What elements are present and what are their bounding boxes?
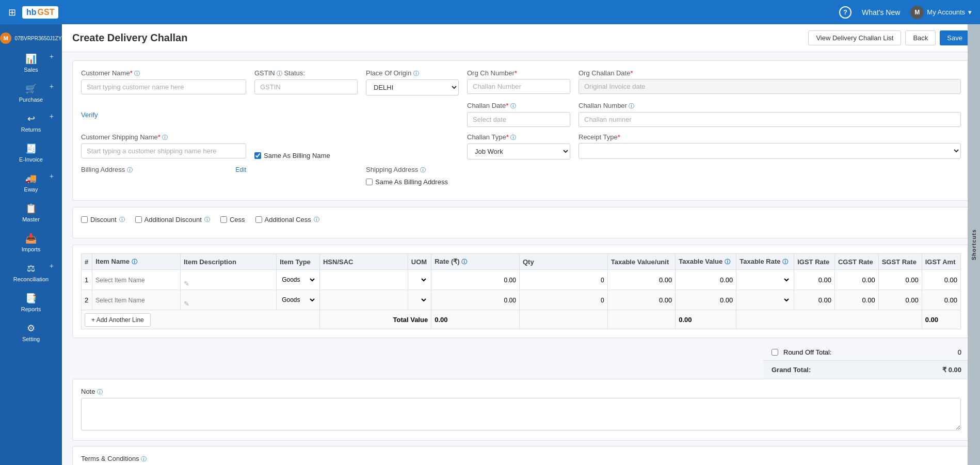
row-qty[interactable]	[519, 270, 607, 290]
taxable-rate-select[interactable]	[740, 296, 791, 304]
row-item-type[interactable]: Goods Services	[277, 290, 320, 310]
form-row-2: Verify Challan Date* ⓘ	[81, 102, 961, 127]
customer-name-input[interactable]	[81, 79, 246, 94]
uom-select[interactable]	[411, 276, 428, 284]
receipt-type-select[interactable]	[579, 143, 961, 159]
row-taxable-rate[interactable]	[736, 270, 794, 290]
shortcuts-panel[interactable]: Shortcuts	[968, 24, 980, 465]
row-item-type[interactable]: Goods Services	[277, 270, 320, 290]
row-rate[interactable]	[431, 290, 520, 310]
save-button[interactable]: Save	[940, 30, 970, 45]
taxable-value-info-icon[interactable]: ⓘ	[725, 259, 730, 265]
hsn-input[interactable]	[323, 277, 405, 284]
row-item-desc[interactable]: ✎	[181, 270, 277, 290]
billing-address-info-icon[interactable]: ⓘ	[127, 167, 133, 173]
back-button[interactable]: Back	[905, 30, 936, 45]
row-hsn[interactable]	[319, 290, 408, 310]
qty-input[interactable]	[523, 297, 604, 304]
sidebar-item-reports[interactable]: 📑 Reports	[0, 287, 62, 317]
uom-select[interactable]	[411, 296, 428, 304]
my-accounts-menu[interactable]: M My Accounts ▾	[910, 6, 972, 19]
additional-discount-checkbox[interactable]	[135, 216, 142, 223]
verify-link[interactable]: Verify	[81, 111, 246, 119]
taxable-rate-info-icon[interactable]: ⓘ	[782, 259, 788, 265]
shipping-address-info-icon[interactable]: ⓘ	[420, 167, 426, 173]
grid-icon[interactable]: ⊞	[8, 7, 16, 18]
challan-type-info-icon[interactable]: ⓘ	[510, 134, 516, 140]
rate-info-icon[interactable]: ⓘ	[461, 259, 467, 265]
sidebar-item-sales[interactable]: 📊 Sales +	[0, 48, 62, 78]
sidebar-item-einvoice[interactable]: 🧾 E-Invoice	[0, 138, 62, 168]
discount-checkbox[interactable]	[81, 216, 88, 223]
gstin-info-icon[interactable]: ⓘ	[277, 70, 282, 76]
item-type-select[interactable]: Goods Services	[280, 296, 316, 304]
item-name-info-icon[interactable]: ⓘ	[132, 259, 137, 265]
logo-box[interactable]: hb GST	[22, 6, 58, 19]
item-desc-input[interactable]	[184, 293, 273, 300]
place-info-icon[interactable]: ⓘ	[413, 70, 419, 76]
view-list-button[interactable]: View Delivery Challan List	[808, 30, 901, 45]
row-item-desc[interactable]: ✎	[181, 290, 277, 310]
org-badge[interactable]: M 07BVRPR3650J1ZY	[0, 28, 62, 48]
item-name-input[interactable]	[95, 297, 177, 304]
edit-desc-icon[interactable]: ✎	[184, 300, 189, 308]
sidebar-item-eway[interactable]: 🚚 Eway +	[0, 168, 62, 198]
discount-info-icon[interactable]: ⓘ	[119, 216, 125, 223]
sidebar-item-reconciliation[interactable]: ⚖ Reconciliation +	[0, 258, 62, 287]
same-as-billing-name-label[interactable]: Same As Billing Name	[254, 152, 358, 159]
help-icon[interactable]: ?	[839, 6, 852, 19]
challan-number-info-icon[interactable]: ⓘ	[629, 103, 634, 109]
sidebar-item-returns[interactable]: ↩ Returns +	[0, 108, 62, 138]
row-uom[interactable]	[408, 290, 431, 310]
additional-cess-checkbox[interactable]	[255, 216, 262, 223]
terms-info-icon[interactable]: ⓘ	[141, 456, 147, 462]
place-of-origin-select[interactable]: DELHI	[366, 79, 459, 95]
additional-discount-checkbox-item[interactable]: Additional Discount ⓘ	[135, 216, 210, 223]
whats-new-link[interactable]: What's New	[862, 8, 900, 17]
row-item-name[interactable]	[92, 270, 181, 290]
rate-input[interactable]	[435, 277, 516, 284]
additional-cess-info-icon[interactable]: ⓘ	[314, 216, 319, 223]
round-off-checkbox[interactable]	[772, 349, 778, 356]
row-hsn[interactable]	[319, 270, 408, 290]
customer-shipping-name-input[interactable]	[81, 143, 246, 158]
shipping-name-info-icon[interactable]: ⓘ	[162, 134, 168, 140]
sidebar-item-master[interactable]: 📋 Master	[0, 198, 62, 228]
sidebar-item-imports[interactable]: 📥 Imports	[0, 228, 62, 258]
taxable-rate-select[interactable]	[740, 276, 791, 284]
same-as-billing-address-label[interactable]: Same As Billing Address	[366, 178, 961, 186]
qty-input[interactable]	[523, 277, 604, 284]
row-uom[interactable]	[408, 270, 431, 290]
sidebar-item-setting[interactable]: ⚙ Setting	[0, 317, 62, 347]
note-info-icon[interactable]: ⓘ	[97, 389, 103, 395]
item-type-select[interactable]: Goods Services	[280, 276, 316, 284]
item-desc-input[interactable]	[184, 272, 273, 280]
edit-billing-link[interactable]: Edit	[235, 166, 246, 173]
challan-number-input[interactable]	[579, 112, 961, 127]
hsn-input[interactable]	[323, 297, 405, 304]
row-taxable-rate[interactable]	[736, 290, 794, 310]
customer-name-info-icon[interactable]: ⓘ	[134, 70, 140, 76]
same-as-billing-address-checkbox[interactable]	[366, 179, 373, 185]
cess-checkbox[interactable]	[220, 216, 227, 223]
additional-cess-checkbox-item[interactable]: Additional Cess ⓘ	[255, 216, 319, 223]
sidebar-item-purchase[interactable]: 🛒 Purchase +	[0, 78, 62, 108]
row-item-name[interactable]	[92, 290, 181, 310]
cess-checkbox-item[interactable]: Cess	[220, 216, 245, 223]
edit-desc-icon[interactable]: ✎	[184, 280, 189, 287]
gstin-input[interactable]	[254, 79, 358, 94]
note-textarea[interactable]	[81, 398, 961, 430]
additional-discount-info-icon[interactable]: ⓘ	[204, 216, 210, 223]
rate-input[interactable]	[435, 297, 516, 304]
challan-date-input[interactable]	[467, 112, 570, 127]
challan-date-info-icon[interactable]: ⓘ	[510, 103, 516, 109]
org-challan-date-input[interactable]	[579, 79, 961, 94]
item-name-input[interactable]	[95, 277, 177, 284]
same-as-billing-name-checkbox[interactable]	[254, 152, 261, 159]
challan-type-select[interactable]: Job Work Supply on Approval Others	[467, 143, 570, 159]
row-rate[interactable]	[431, 270, 520, 290]
discount-checkbox-item[interactable]: Discount ⓘ	[81, 216, 125, 223]
org-ch-number-input[interactable]	[467, 79, 570, 94]
row-qty[interactable]	[519, 290, 607, 310]
add-line-button[interactable]: + Add Another Line	[85, 313, 151, 327]
